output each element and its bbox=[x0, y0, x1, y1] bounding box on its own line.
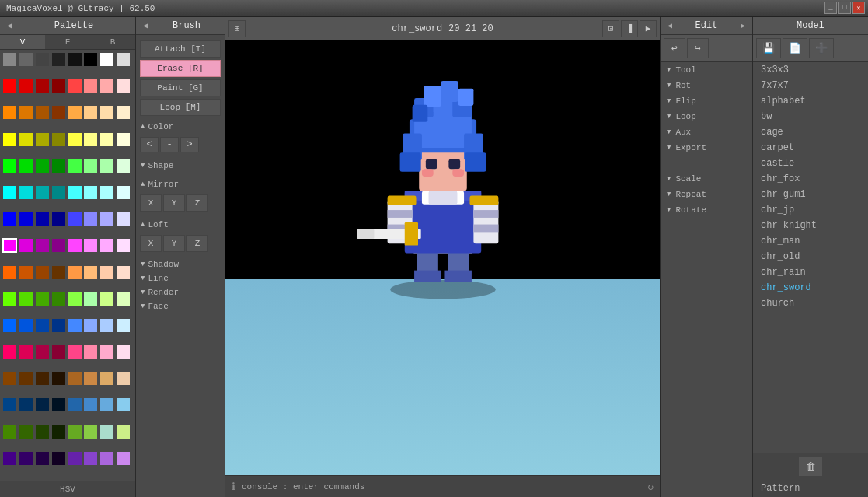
color-cell[interactable] bbox=[84, 133, 97, 146]
color-cell[interactable] bbox=[117, 452, 130, 465]
color-cell[interactable] bbox=[117, 239, 130, 252]
palette-left-arrow[interactable]: ◀ bbox=[3, 20, 16, 31]
color-cell[interactable] bbox=[117, 106, 130, 119]
repeat-section[interactable]: ▼ Repeat bbox=[661, 187, 752, 202]
color-cell[interactable] bbox=[3, 106, 16, 119]
color-cell[interactable] bbox=[3, 159, 16, 173]
color-cell[interactable] bbox=[19, 106, 33, 119]
line-section[interactable]: ▼ Line bbox=[136, 271, 225, 285]
color-cell[interactable] bbox=[52, 106, 65, 119]
color-cell[interactable] bbox=[84, 372, 97, 385]
color-cell[interactable] bbox=[19, 239, 33, 252]
mirror-section[interactable]: ▲ Mirror bbox=[136, 177, 225, 192]
color-cell[interactable] bbox=[100, 53, 113, 66]
window-controls[interactable]: _ □ ✕ bbox=[824, 2, 865, 14]
color-cell[interactable] bbox=[52, 186, 65, 199]
attach-button[interactable]: Attach [T] bbox=[140, 40, 221, 58]
model-list-item[interactable]: chr_sword bbox=[753, 280, 868, 296]
color-cell[interactable] bbox=[36, 79, 49, 93]
color-cell[interactable] bbox=[3, 425, 16, 439]
color-cell[interactable] bbox=[52, 79, 65, 93]
export-section[interactable]: ▼ Export bbox=[661, 140, 752, 156]
color-cell[interactable] bbox=[117, 266, 130, 279]
model-list-item[interactable]: church bbox=[753, 296, 868, 311]
color-cell[interactable] bbox=[100, 79, 113, 93]
color-cell[interactable] bbox=[100, 159, 113, 173]
color-cell[interactable] bbox=[84, 266, 97, 279]
color-cell[interactable] bbox=[117, 133, 130, 146]
color-cell[interactable] bbox=[19, 425, 33, 439]
model-list-item[interactable]: castle bbox=[753, 156, 868, 171]
color-cell[interactable] bbox=[3, 292, 16, 306]
viewport-frame-icon[interactable]: ⊡ bbox=[602, 20, 619, 37]
color-cell[interactable] bbox=[3, 212, 16, 226]
render-section[interactable]: ▼ Render bbox=[136, 285, 225, 299]
color-cell[interactable] bbox=[68, 212, 82, 226]
loft-x-button[interactable]: X bbox=[140, 235, 162, 252]
color-cell[interactable] bbox=[52, 319, 65, 332]
color-cell[interactable] bbox=[117, 425, 130, 439]
color-cell[interactable] bbox=[36, 372, 49, 385]
color-cell[interactable] bbox=[52, 452, 65, 465]
color-cell[interactable] bbox=[68, 79, 82, 93]
viewport-layout-icon[interactable]: ▐ bbox=[621, 20, 638, 37]
color-cell[interactable] bbox=[100, 292, 113, 306]
color-cell[interactable] bbox=[3, 345, 16, 359]
model-list-item[interactable]: cage bbox=[753, 124, 868, 140]
color-cell[interactable] bbox=[36, 292, 49, 306]
rot-section[interactable]: ▼ Rot bbox=[661, 78, 752, 93]
color-cell[interactable] bbox=[19, 292, 33, 306]
color-cell[interactable] bbox=[68, 372, 82, 385]
color-cell[interactable] bbox=[36, 186, 49, 199]
model-list-item[interactable]: chr_rain bbox=[753, 264, 868, 280]
color-cell[interactable] bbox=[3, 79, 16, 93]
color-cell[interactable] bbox=[68, 159, 82, 173]
color-cell[interactable] bbox=[36, 266, 49, 279]
color-cell[interactable] bbox=[117, 79, 130, 93]
color-cell[interactable] bbox=[19, 186, 33, 199]
color-cell[interactable] bbox=[84, 292, 97, 306]
color-cell[interactable] bbox=[3, 133, 16, 146]
color-cell[interactable] bbox=[52, 266, 65, 279]
color-cell[interactable] bbox=[3, 372, 16, 385]
model-save-button[interactable]: 💾 bbox=[756, 38, 781, 58]
color-cell[interactable] bbox=[19, 133, 33, 146]
color-cell[interactable] bbox=[84, 212, 97, 226]
color-cell[interactable] bbox=[117, 212, 130, 226]
model-add-button[interactable]: ➕ bbox=[809, 38, 834, 58]
color-cell[interactable] bbox=[84, 425, 97, 439]
color-cell[interactable] bbox=[68, 133, 82, 146]
color-cell[interactable] bbox=[36, 425, 49, 439]
color-cell[interactable] bbox=[68, 425, 82, 439]
model-list-item[interactable]: bw bbox=[753, 109, 868, 124]
color-cell[interactable] bbox=[52, 398, 65, 411]
color-cell[interactable] bbox=[3, 319, 16, 332]
redo-button[interactable]: ↪ bbox=[687, 38, 709, 58]
model-list-item[interactable]: chr_gumi bbox=[753, 187, 868, 202]
color-cell[interactable] bbox=[100, 106, 113, 119]
color-cell[interactable] bbox=[36, 159, 49, 173]
color-cell[interactable] bbox=[36, 345, 49, 359]
color-cell[interactable] bbox=[84, 186, 97, 199]
aux-section[interactable]: ▼ Aux bbox=[661, 124, 752, 140]
color-cell[interactable] bbox=[68, 186, 82, 199]
color-cell[interactable] bbox=[3, 239, 16, 252]
color-cell[interactable] bbox=[84, 159, 97, 173]
color-cell[interactable] bbox=[19, 53, 33, 66]
color-cell[interactable] bbox=[3, 53, 16, 66]
flip-section[interactable]: ▼ Flip bbox=[661, 93, 752, 109]
color-cell[interactable] bbox=[52, 345, 65, 359]
color-cell[interactable] bbox=[100, 372, 113, 385]
minimize-button[interactable]: _ bbox=[824, 2, 837, 14]
color-cell[interactable] bbox=[84, 345, 97, 359]
color-cell[interactable] bbox=[36, 319, 49, 332]
color-cell[interactable] bbox=[19, 452, 33, 465]
color-cell[interactable] bbox=[19, 345, 33, 359]
mirror-y-button[interactable]: Y bbox=[163, 194, 185, 212]
color-cell[interactable] bbox=[36, 239, 49, 252]
model-list-item[interactable]: chr_old bbox=[753, 249, 868, 264]
viewport-canvas[interactable] bbox=[225, 40, 660, 475]
color-cell[interactable] bbox=[3, 398, 16, 411]
color-cell[interactable] bbox=[19, 319, 33, 332]
edit-left-arrow[interactable]: ◀ bbox=[664, 20, 676, 31]
